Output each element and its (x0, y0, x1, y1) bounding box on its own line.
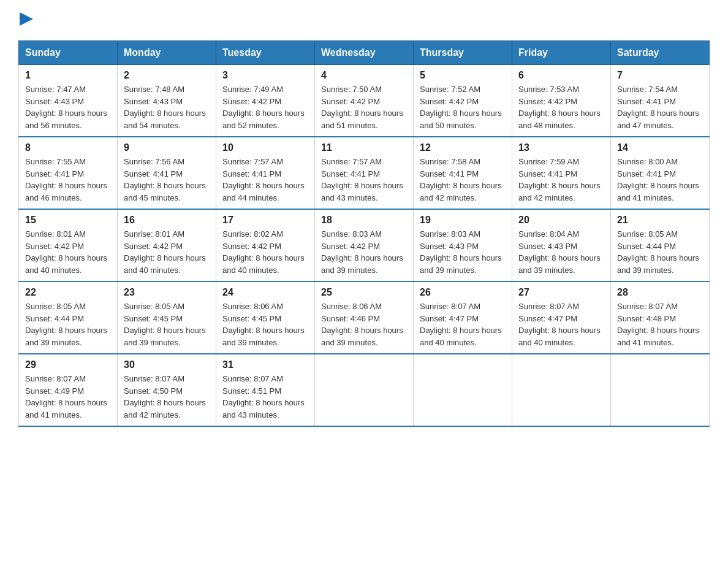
day-number: 10 (222, 142, 308, 153)
day-info: Sunrise: 7:58 AMSunset: 4:41 PMDaylight:… (420, 156, 506, 204)
day-number: 22 (25, 287, 111, 298)
day-number: 13 (518, 142, 604, 153)
table-row: 5 Sunrise: 7:52 AMSunset: 4:42 PMDayligh… (414, 65, 512, 137)
table-row: 1 Sunrise: 7:47 AMSunset: 4:43 PMDayligh… (19, 65, 118, 137)
day-number: 5 (420, 70, 506, 81)
day-number: 3 (222, 70, 308, 81)
table-row: 7 Sunrise: 7:54 AMSunset: 4:41 PMDayligh… (611, 65, 710, 137)
col-saturday: Saturday (611, 41, 710, 65)
table-row: 14 Sunrise: 8:00 AMSunset: 4:41 PMDaylig… (611, 137, 710, 209)
calendar-week-row: 1 Sunrise: 7:47 AMSunset: 4:43 PMDayligh… (19, 65, 710, 137)
day-number: 19 (420, 215, 506, 226)
page-header (18, 12, 710, 28)
table-row: 28 Sunrise: 8:07 AMSunset: 4:48 PMDaylig… (611, 282, 710, 354)
day-info: Sunrise: 7:55 AMSunset: 4:41 PMDaylight:… (25, 156, 111, 204)
day-info: Sunrise: 7:56 AMSunset: 4:41 PMDaylight:… (124, 156, 210, 204)
table-row: 3 Sunrise: 7:49 AMSunset: 4:42 PMDayligh… (216, 65, 315, 137)
table-row: 25 Sunrise: 8:06 AMSunset: 4:46 PMDaylig… (315, 282, 414, 354)
day-info: Sunrise: 7:59 AMSunset: 4:41 PMDaylight:… (518, 156, 604, 204)
day-number: 7 (617, 70, 703, 81)
day-number: 29 (25, 359, 111, 370)
day-number: 2 (124, 70, 210, 81)
table-row (315, 354, 414, 426)
table-row: 11 Sunrise: 7:57 AMSunset: 4:41 PMDaylig… (315, 137, 414, 209)
calendar-week-row: 22 Sunrise: 8:05 AMSunset: 4:44 PMDaylig… (19, 282, 710, 354)
day-number: 21 (617, 215, 703, 226)
day-info: Sunrise: 7:57 AMSunset: 4:41 PMDaylight:… (321, 156, 407, 204)
day-info: Sunrise: 8:02 AMSunset: 4:42 PMDaylight:… (222, 228, 308, 276)
day-info: Sunrise: 8:07 AMSunset: 4:51 PMDaylight:… (222, 373, 308, 421)
day-info: Sunrise: 8:06 AMSunset: 4:46 PMDaylight:… (321, 301, 407, 348)
table-row: 21 Sunrise: 8:05 AMSunset: 4:44 PMDaylig… (611, 209, 710, 282)
col-sunday: Sunday (19, 41, 118, 65)
day-info: Sunrise: 7:53 AMSunset: 4:42 PMDaylight:… (518, 83, 604, 131)
svg-marker-0 (20, 12, 33, 26)
calendar-week-row: 8 Sunrise: 7:55 AMSunset: 4:41 PMDayligh… (19, 137, 710, 209)
day-info: Sunrise: 8:01 AMSunset: 4:42 PMDaylight:… (25, 228, 111, 276)
day-number: 11 (321, 142, 407, 153)
day-info: Sunrise: 8:04 AMSunset: 4:43 PMDaylight:… (518, 228, 604, 276)
day-number: 25 (321, 287, 407, 298)
table-row: 12 Sunrise: 7:58 AMSunset: 4:41 PMDaylig… (414, 137, 512, 209)
day-number: 24 (222, 287, 308, 298)
day-number: 14 (617, 142, 703, 153)
calendar-header-row: Sunday Monday Tuesday Wednesday Thursday… (19, 41, 710, 65)
day-number: 1 (25, 70, 111, 81)
day-number: 23 (124, 287, 210, 298)
day-info: Sunrise: 8:06 AMSunset: 4:45 PMDaylight:… (222, 301, 308, 348)
day-number: 26 (420, 287, 506, 298)
table-row: 2 Sunrise: 7:48 AMSunset: 4:43 PMDayligh… (118, 65, 216, 137)
day-info: Sunrise: 8:05 AMSunset: 4:44 PMDaylight:… (617, 228, 703, 276)
table-row: 23 Sunrise: 8:05 AMSunset: 4:45 PMDaylig… (118, 282, 216, 354)
day-info: Sunrise: 8:00 AMSunset: 4:41 PMDaylight:… (617, 156, 703, 204)
day-number: 31 (222, 359, 308, 370)
col-wednesday: Wednesday (315, 41, 414, 65)
table-row: 13 Sunrise: 7:59 AMSunset: 4:41 PMDaylig… (512, 137, 611, 209)
day-number: 6 (518, 70, 604, 81)
calendar-week-row: 29 Sunrise: 8:07 AMSunset: 4:49 PMDaylig… (19, 354, 710, 426)
day-number: 18 (321, 215, 407, 226)
logo-arrow-icon (20, 12, 33, 26)
col-tuesday: Tuesday (216, 41, 315, 65)
col-friday: Friday (512, 41, 611, 65)
day-info: Sunrise: 7:48 AMSunset: 4:43 PMDaylight:… (124, 83, 210, 131)
table-row (512, 354, 611, 426)
day-number: 8 (25, 142, 111, 153)
table-row: 20 Sunrise: 8:04 AMSunset: 4:43 PMDaylig… (512, 209, 611, 282)
table-row: 22 Sunrise: 8:05 AMSunset: 4:44 PMDaylig… (19, 282, 118, 354)
day-info: Sunrise: 7:54 AMSunset: 4:41 PMDaylight:… (617, 83, 703, 131)
day-number: 9 (124, 142, 210, 153)
table-row: 8 Sunrise: 7:55 AMSunset: 4:41 PMDayligh… (19, 137, 118, 209)
day-number: 20 (518, 215, 604, 226)
table-row: 30 Sunrise: 8:07 AMSunset: 4:50 PMDaylig… (118, 354, 216, 426)
table-row: 19 Sunrise: 8:03 AMSunset: 4:43 PMDaylig… (414, 209, 512, 282)
day-info: Sunrise: 8:05 AMSunset: 4:45 PMDaylight:… (124, 301, 210, 348)
day-info: Sunrise: 7:57 AMSunset: 4:41 PMDaylight:… (222, 156, 308, 204)
table-row: 24 Sunrise: 8:06 AMSunset: 4:45 PMDaylig… (216, 282, 315, 354)
table-row: 9 Sunrise: 7:56 AMSunset: 4:41 PMDayligh… (118, 137, 216, 209)
table-row: 16 Sunrise: 8:01 AMSunset: 4:42 PMDaylig… (118, 209, 216, 282)
calendar-table: Sunday Monday Tuesday Wednesday Thursday… (18, 40, 710, 427)
day-number: 16 (124, 215, 210, 226)
table-row: 15 Sunrise: 8:01 AMSunset: 4:42 PMDaylig… (19, 209, 118, 282)
day-info: Sunrise: 8:07 AMSunset: 4:50 PMDaylight:… (124, 373, 210, 421)
col-monday: Monday (118, 41, 216, 65)
day-number: 28 (617, 287, 703, 298)
table-row: 6 Sunrise: 7:53 AMSunset: 4:42 PMDayligh… (512, 65, 611, 137)
table-row (414, 354, 512, 426)
table-row: 27 Sunrise: 8:07 AMSunset: 4:47 PMDaylig… (512, 282, 611, 354)
day-info: Sunrise: 7:50 AMSunset: 4:42 PMDaylight:… (321, 83, 407, 131)
table-row: 18 Sunrise: 8:03 AMSunset: 4:42 PMDaylig… (315, 209, 414, 282)
day-number: 12 (420, 142, 506, 153)
day-info: Sunrise: 7:47 AMSunset: 4:43 PMDaylight:… (25, 83, 111, 131)
day-number: 4 (321, 70, 407, 81)
day-info: Sunrise: 8:01 AMSunset: 4:42 PMDaylight:… (124, 228, 210, 276)
day-info: Sunrise: 8:03 AMSunset: 4:43 PMDaylight:… (420, 228, 506, 276)
table-row: 4 Sunrise: 7:50 AMSunset: 4:42 PMDayligh… (315, 65, 414, 137)
day-number: 17 (222, 215, 308, 226)
day-info: Sunrise: 7:52 AMSunset: 4:42 PMDaylight:… (420, 83, 506, 131)
day-number: 27 (518, 287, 604, 298)
table-row: 10 Sunrise: 7:57 AMSunset: 4:41 PMDaylig… (216, 137, 315, 209)
day-info: Sunrise: 8:07 AMSunset: 4:48 PMDaylight:… (617, 301, 703, 348)
calendar-week-row: 15 Sunrise: 8:01 AMSunset: 4:42 PMDaylig… (19, 209, 710, 282)
